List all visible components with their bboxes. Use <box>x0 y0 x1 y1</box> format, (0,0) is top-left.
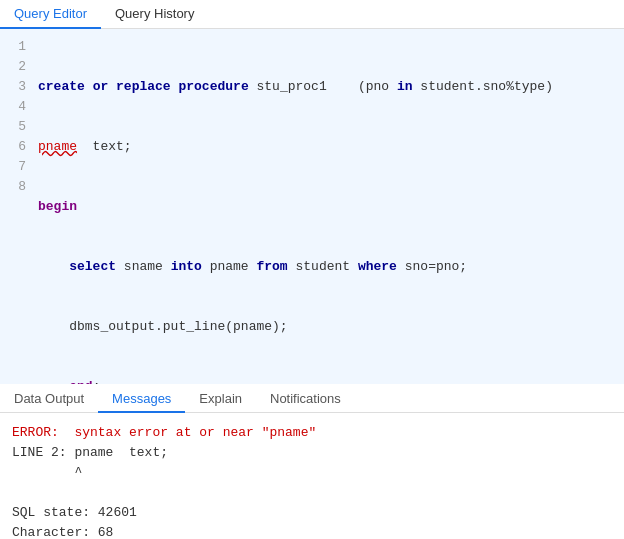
line-numbers: 1 2 3 4 5 6 7 8 <box>0 29 30 384</box>
editor-area[interactable]: 1 2 3 4 5 6 7 8 create or replace proced… <box>0 29 624 384</box>
tab-explain[interactable]: Explain <box>185 386 256 413</box>
output-line-5: SQL state: 42601 <box>12 503 612 523</box>
code-editor[interactable]: create or replace procedure stu_proc1 (p… <box>30 29 624 384</box>
output-area: ERROR: syntax error at or near "pname" L… <box>0 413 624 539</box>
output-line-6: Character: 68 <box>12 523 612 539</box>
tab-messages[interactable]: Messages <box>98 386 185 413</box>
top-tab-bar: Query Editor Query History <box>0 0 624 29</box>
output-line-3: ^ <box>12 463 612 483</box>
tab-notifications[interactable]: Notifications <box>256 386 355 413</box>
tab-data-output[interactable]: Data Output <box>0 386 98 413</box>
output-line-4 <box>12 483 612 503</box>
output-line-1: ERROR: syntax error at or near "pname" <box>12 423 612 443</box>
output-line-2: LINE 2: pname text; <box>12 443 612 463</box>
tab-query-history[interactable]: Query History <box>101 0 208 29</box>
tab-query-editor[interactable]: Query Editor <box>0 0 101 29</box>
bottom-tab-bar: Data Output Messages Explain Notificatio… <box>0 384 624 413</box>
